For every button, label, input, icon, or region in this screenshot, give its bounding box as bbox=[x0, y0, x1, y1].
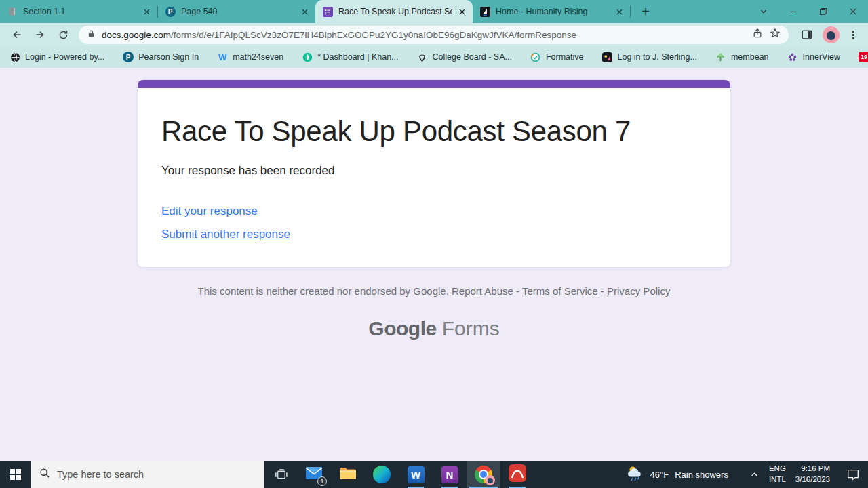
show-hidden-icons-chevron[interactable] bbox=[746, 470, 764, 479]
language-line1: ENG bbox=[769, 464, 786, 474]
bookmarks-bar: Login - Powered by... P Pearson Sign In … bbox=[0, 46, 868, 68]
chrome-app-button-active[interactable] bbox=[467, 461, 500, 488]
formative-check-icon bbox=[530, 52, 541, 62]
privacy-policy-link[interactable]: Privacy Policy bbox=[607, 285, 670, 297]
footer-disclaimer: This content is neither created nor endo… bbox=[198, 285, 449, 297]
close-tab-icon[interactable] bbox=[456, 6, 467, 17]
back-icon[interactable] bbox=[7, 25, 26, 44]
weather-temp: 46°F bbox=[650, 470, 669, 480]
address-bar[interactable]: docs.google.com/forms/d/e/1FAIpQLScVz3zO… bbox=[79, 26, 789, 44]
taskbar-clock[interactable]: 9:16 PM 3/16/2023 bbox=[795, 464, 830, 485]
tab-page-540[interactable]: P Page 540 bbox=[158, 0, 315, 23]
report-abuse-link[interactable]: Report Abuse bbox=[452, 285, 513, 297]
action-center-icon[interactable] bbox=[841, 468, 865, 481]
tab-title: Home - Humanity Rising bbox=[496, 7, 610, 16]
bookmark-college-board[interactable]: College Board - SA... bbox=[417, 52, 512, 62]
url-path: /forms/d/e/1FAIpQLScVz3zO7E7lH4BlphExGOG… bbox=[171, 30, 576, 40]
bookmark-pearson[interactable]: P Pearson Sign In bbox=[123, 52, 199, 62]
mail-unread-badge: 1 bbox=[317, 476, 327, 486]
j-sterling-icon bbox=[602, 52, 613, 62]
windows-taskbar: 1 W N 46°F Rain showers bbox=[0, 461, 868, 488]
forms-wordmark: Forms bbox=[442, 317, 500, 340]
bookmark-label: Pearson Sign In bbox=[138, 52, 199, 62]
desmos-icon bbox=[509, 464, 526, 485]
reload-icon[interactable] bbox=[54, 25, 73, 44]
tab-title: Page 540 bbox=[181, 7, 295, 16]
bookmark-remind[interactable]: 19 Remind bbox=[859, 52, 868, 62]
form-response-page: Race To Speak Up Podcast Season 7 Your r… bbox=[0, 68, 868, 461]
windows-logo-icon bbox=[10, 469, 21, 480]
file-explorer-button[interactable] bbox=[331, 461, 365, 488]
tab-title: Section 1.1 bbox=[23, 7, 137, 16]
bookmark-math24seven[interactable]: W math24seven bbox=[217, 52, 283, 62]
tab-google-forms-active[interactable]: Race To Speak Up Podcast Seaso bbox=[315, 0, 473, 23]
search-icon bbox=[39, 468, 50, 481]
bookmark-label: InnerView bbox=[803, 52, 840, 62]
profile-avatar[interactable] bbox=[823, 26, 840, 43]
browser-menu-icon[interactable]: ⋮ bbox=[844, 28, 863, 41]
bookmark-login[interactable]: Login - Powered by... bbox=[9, 52, 104, 62]
bookmark-star-icon[interactable] bbox=[770, 28, 781, 41]
response-recorded-message: Your response has been recorded bbox=[161, 164, 707, 178]
restore-window-icon[interactable] bbox=[808, 0, 838, 23]
bookmark-label: Login - Powered by... bbox=[25, 52, 104, 62]
lock-icon bbox=[87, 28, 96, 41]
chrome-icon bbox=[475, 466, 492, 483]
weather-rain-icon bbox=[626, 465, 644, 485]
desmos-app-button[interactable] bbox=[500, 461, 534, 488]
new-tab-button[interactable]: + bbox=[636, 2, 655, 21]
url-host: docs.google.com bbox=[102, 30, 171, 40]
onenote-icon: N bbox=[441, 466, 458, 483]
task-view-button[interactable] bbox=[264, 461, 297, 488]
share-icon[interactable] bbox=[752, 28, 763, 41]
mail-app-button[interactable]: 1 bbox=[297, 461, 331, 488]
form-title: Race To Speak Up Podcast Season 7 bbox=[161, 115, 707, 148]
pearson-icon: P bbox=[123, 52, 134, 62]
bookmark-j-sterling[interactable]: Log in to J. Sterling... bbox=[602, 52, 697, 62]
bookmark-membean[interactable]: membean bbox=[715, 52, 769, 62]
bookmark-label: membean bbox=[731, 52, 769, 62]
bookmark-label: math24seven bbox=[233, 52, 283, 62]
bookmark-khan-academy[interactable]: * Dashboard | Khan... bbox=[302, 52, 398, 62]
tab-search-chevron-icon[interactable] bbox=[749, 0, 778, 23]
google-forms-icon bbox=[322, 6, 333, 17]
close-tab-icon[interactable] bbox=[614, 6, 625, 17]
google-wordmark: Google bbox=[368, 317, 436, 340]
submit-another-response-link[interactable]: Submit another response bbox=[161, 228, 290, 241]
mail-icon: 1 bbox=[305, 466, 323, 483]
close-tab-icon[interactable] bbox=[299, 6, 310, 17]
weather-condition: Rain showers bbox=[675, 470, 728, 480]
membean-sprout-icon bbox=[715, 52, 726, 62]
close-window-icon[interactable] bbox=[838, 0, 868, 23]
tab-separator bbox=[630, 6, 631, 18]
forward-icon[interactable] bbox=[31, 25, 50, 44]
edge-browser-button[interactable] bbox=[365, 461, 399, 488]
sailboat-icon bbox=[479, 6, 490, 17]
bookmark-innerview[interactable]: InnerView bbox=[787, 52, 840, 62]
start-button[interactable] bbox=[0, 461, 31, 488]
browser-tab-bar: Section 1.1 P Page 540 Race To Speak Up … bbox=[0, 0, 868, 23]
bookmark-formative[interactable]: Formative bbox=[530, 52, 584, 62]
edge-icon bbox=[373, 466, 391, 483]
word-app-button[interactable]: W bbox=[399, 461, 433, 488]
time: 9:16 PM bbox=[795, 464, 830, 474]
forms-footer: This content is neither created nor endo… bbox=[0, 285, 868, 297]
onenote-app-button[interactable]: N bbox=[433, 461, 467, 488]
minimize-window-icon[interactable] bbox=[778, 0, 808, 23]
language-line2: INTL bbox=[769, 474, 786, 485]
edit-response-link[interactable]: Edit your response bbox=[161, 205, 258, 218]
side-panel-icon[interactable] bbox=[797, 25, 816, 44]
search-input[interactable] bbox=[57, 469, 233, 480]
language-indicator[interactable]: ENG INTL bbox=[769, 464, 786, 485]
footer-separator: - bbox=[601, 285, 604, 297]
bookmark-label: Formative bbox=[546, 52, 584, 62]
book-icon bbox=[7, 6, 18, 17]
date: 3/16/2023 bbox=[795, 474, 830, 485]
taskbar-search-box[interactable] bbox=[31, 461, 264, 488]
terms-of-service-link[interactable]: Terms of Service bbox=[522, 285, 598, 297]
tab-section-1-1[interactable]: Section 1.1 bbox=[0, 0, 157, 23]
taskbar-weather-widget[interactable]: 46°F Rain showers bbox=[626, 465, 728, 485]
tab-humanity-rising[interactable]: Home - Humanity Rising bbox=[473, 0, 630, 23]
tab-title: Race To Speak Up Podcast Seaso bbox=[338, 7, 452, 16]
close-tab-icon[interactable] bbox=[141, 6, 152, 17]
